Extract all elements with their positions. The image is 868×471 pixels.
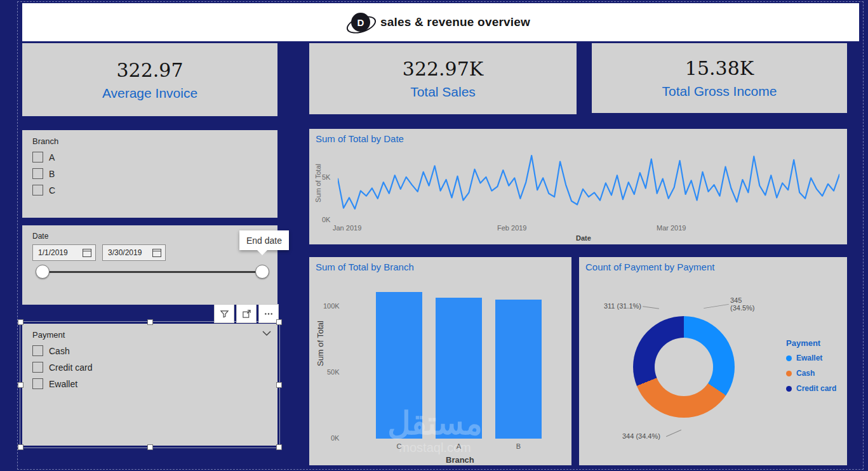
- logo-letter: D: [357, 17, 364, 28]
- kpi-value: 15.38K: [685, 57, 754, 79]
- y-axis-label: Sum of Total: [314, 164, 322, 202]
- visual-header-toolbar: [214, 304, 279, 323]
- callout-cash: 344 (34.4%): [622, 432, 660, 440]
- bar-branch-c[interactable]: [376, 292, 422, 439]
- kpi-card-total-sales[interactable]: 322.97K Total Sales: [309, 43, 577, 114]
- filter-icon: [220, 309, 229, 319]
- calendar-icon[interactable]: [152, 249, 161, 257]
- focus-mode-icon: [242, 309, 251, 319]
- start-date-handle[interactable]: [36, 265, 50, 279]
- legend-title: Payment: [786, 338, 836, 348]
- chart-title: Count of Payment by Payment: [585, 262, 714, 272]
- callout-credit-card: 311 (31.1%): [597, 302, 641, 310]
- donut-chart[interactable]: Count of Payment by Payment 311 (31.1%) …: [579, 257, 847, 465]
- kpi-label: Total Sales: [410, 84, 476, 100]
- focus-mode-button[interactable]: [236, 304, 257, 323]
- y-tick: 5K: [322, 173, 330, 181]
- resize-handle[interactable]: [147, 444, 153, 450]
- end-date-box[interactable]: [102, 244, 166, 261]
- bar-branch-b[interactable]: [495, 300, 542, 439]
- callout-line: [643, 306, 659, 309]
- resize-handle[interactable]: [147, 319, 153, 325]
- x-tick: Mar 2019: [657, 224, 686, 232]
- x-axis-title: Branch: [446, 455, 474, 465]
- callout-line: [666, 430, 681, 437]
- checkbox-icon[interactable]: [32, 152, 43, 163]
- y-tick: 0K: [322, 216, 330, 223]
- start-date-box[interactable]: [32, 244, 96, 261]
- logo-icon: D: [351, 13, 370, 32]
- checkbox-icon[interactable]: [32, 345, 43, 356]
- branch-option-a[interactable]: A: [32, 152, 277, 163]
- end-date-tooltip: End date: [239, 230, 289, 250]
- legend-label: Ewallet: [796, 354, 822, 362]
- legend-item-ewallet[interactable]: Ewallet: [786, 354, 836, 362]
- checkbox-icon[interactable]: [32, 362, 43, 373]
- x-tick: B: [495, 442, 542, 450]
- x-tick: C: [376, 442, 422, 450]
- line-chart-svg: [338, 153, 839, 221]
- payment-option-ewallet[interactable]: Ewallet: [32, 378, 277, 389]
- legend-dot: [786, 355, 792, 361]
- kpi-card-average-invoice[interactable]: 322.97 Average Invoice: [22, 43, 277, 116]
- checkbox-icon[interactable]: [32, 378, 43, 389]
- checkbox-icon[interactable]: [32, 168, 43, 179]
- line-plot-area: [338, 153, 839, 221]
- calendar-icon[interactable]: [83, 249, 91, 257]
- date-range-track: [41, 271, 264, 273]
- x-axis-title: Date: [576, 234, 591, 242]
- legend-item-cash[interactable]: Cash: [786, 369, 836, 378]
- tooltip-text: End date: [246, 236, 282, 246]
- resize-handle[interactable]: [276, 444, 282, 450]
- y-tick: 0K: [331, 434, 339, 442]
- chart-title: Sum of Total by Branch: [316, 262, 414, 272]
- page-title: sales & revenue overview: [380, 15, 530, 29]
- y-axis-label: Sum of Total: [316, 321, 325, 366]
- kpi-card-total-gross-income[interactable]: 15.38K Total Gross Income: [592, 43, 847, 113]
- callout-line: [704, 304, 729, 308]
- kpi-label: Total Gross Income: [662, 84, 777, 99]
- callout-pct: (34.5%): [730, 304, 755, 312]
- resize-handle[interactable]: [276, 319, 282, 325]
- checkbox-label: Ewallet: [49, 379, 77, 389]
- callout-count: 345: [730, 296, 755, 304]
- end-date-input[interactable]: [107, 248, 149, 258]
- payment-option-cash[interactable]: Cash: [32, 345, 277, 356]
- resize-handle[interactable]: [276, 382, 282, 388]
- branch-option-c[interactable]: C: [32, 185, 277, 196]
- callout-ewallet: 345 (34.5%): [730, 296, 755, 312]
- chevron-down-icon[interactable]: [262, 328, 271, 339]
- checkbox-label: Credit card: [49, 362, 92, 373]
- resize-handle[interactable]: [18, 382, 23, 388]
- chart-title: Sum of Total by Date: [316, 133, 404, 144]
- bars-group: [376, 292, 542, 439]
- start-date-input[interactable]: [37, 248, 79, 258]
- legend-dot: [786, 371, 792, 376]
- checkbox-label: Cash: [49, 346, 70, 356]
- line-series[interactable]: [338, 156, 839, 209]
- kpi-value: 322.97: [117, 59, 184, 81]
- bar-branch-a[interactable]: [436, 298, 482, 439]
- resize-handle[interactable]: [18, 319, 23, 325]
- checkbox-icon[interactable]: [32, 185, 43, 196]
- line-chart[interactable]: Sum of Total by Date Sum of Total 5K 0K …: [309, 129, 847, 244]
- payment-option-credit-card[interactable]: Credit card: [32, 362, 277, 373]
- slicer-title: Payment: [32, 330, 277, 340]
- x-tick: A: [436, 442, 482, 450]
- legend-label: Cash: [796, 369, 815, 378]
- kpi-label: Average Invoice: [102, 86, 197, 101]
- end-date-handle[interactable]: [255, 265, 269, 279]
- filter-button[interactable]: [214, 304, 234, 323]
- slicer-title: Branch: [32, 136, 277, 146]
- dashboard-canvas: D sales & revenue overview 322.97 Averag…: [0, 0, 868, 471]
- checkbox-label: A: [49, 152, 55, 163]
- x-tick: Feb 2019: [497, 224, 526, 232]
- y-tick: 100K: [323, 302, 340, 310]
- checkbox-label: B: [49, 169, 55, 179]
- legend-item-credit-card[interactable]: Credit card: [786, 384, 836, 393]
- resize-handle[interactable]: [18, 444, 23, 450]
- branch-option-b[interactable]: B: [32, 168, 277, 179]
- bar-chart[interactable]: Sum of Total by Branch Sum of Total 100K…: [309, 257, 571, 465]
- payment-slicer: Payment Cash Credit card Ewallet: [22, 324, 277, 446]
- more-options-icon: [264, 309, 274, 319]
